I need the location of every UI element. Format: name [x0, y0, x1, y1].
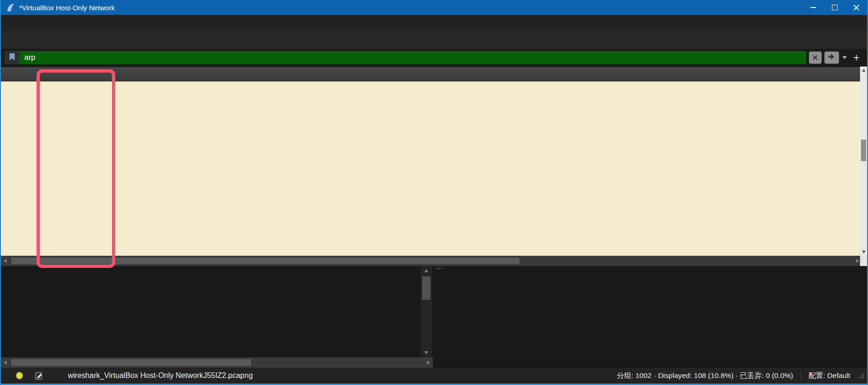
title-bar: *VirtualBox Host-Only Network × [1, 0, 867, 15]
filter-apply-button[interactable] [824, 52, 839, 64]
scroll-left-arrow[interactable] [1, 256, 9, 266]
clear-x-icon: ✕ [812, 53, 818, 62]
column-header-row [1, 67, 867, 81]
pane-splitter-handle[interactable] [436, 267, 443, 270]
detail-scroll-right-arrow[interactable] [424, 357, 433, 368]
packet-statistics: 分组: 1002 · Displayed: 108 (10.8%) · 已丢弃:… [617, 371, 793, 381]
packet-detail-pane [1, 266, 421, 357]
detail-horizontal-thumb[interactable] [11, 359, 251, 366]
detail-scrollbar-thumb[interactable] [422, 276, 430, 300]
wireshark-logo-icon [6, 3, 15, 12]
detail-vertical-scrollbar[interactable] [421, 266, 432, 357]
close-button[interactable]: × [846, 0, 867, 15]
packet-list-horizontal-scrollbar[interactable] [1, 256, 862, 266]
menu-bar [1, 15, 867, 31]
detail-scroll-down-arrow[interactable] [421, 349, 432, 356]
detail-scrollbar-row [1, 357, 867, 368]
packet-list-pane [1, 67, 867, 266]
maximize-button[interactable] [824, 0, 846, 15]
scrollbar-corner [860, 256, 867, 266]
capture-comment-icon[interactable] [35, 371, 44, 380]
wireshark-window: *VirtualBox Host-Only Network × arp ✕ + [0, 0, 868, 385]
scroll-up-arrow[interactable] [860, 67, 867, 74]
detail-scroll-left-arrow[interactable] [1, 357, 9, 368]
packet-bytes-pane [432, 266, 867, 357]
horizontal-scrollbar-thumb[interactable] [11, 258, 519, 264]
detail-horizontal-scrollbar[interactable] [1, 357, 433, 368]
status-divider [801, 371, 801, 380]
close-icon: × [852, 3, 861, 13]
filter-add-button[interactable]: + [853, 52, 860, 63]
filter-bar: arp ✕ + [1, 49, 867, 67]
filter-value: arp [24, 53, 35, 62]
filter-history-caret[interactable] [842, 56, 847, 59]
packet-list-vertical-scrollbar[interactable] [860, 67, 867, 256]
resize-grip[interactable] [858, 372, 865, 382]
status-right: 分组: 1002 · Displayed: 108 (10.8%) · 已丢弃:… [617, 370, 867, 382]
vertical-scrollbar-thumb[interactable] [861, 140, 866, 161]
status-bar: wireshark_VirtualBox Host-Only NetworkJ5… [1, 368, 867, 384]
display-filter-input[interactable]: arp [20, 51, 806, 64]
apply-arrow-icon [827, 53, 836, 62]
minimize-button[interactable] [802, 0, 824, 15]
minimize-icon [810, 7, 816, 8]
filter-bookmark-button[interactable] [5, 51, 20, 64]
window-title: *VirtualBox Host-Only Network [19, 4, 802, 12]
profile-label[interactable]: 配置: Default [809, 371, 850, 381]
lower-panes [1, 266, 867, 357]
maximize-icon [832, 5, 838, 10]
bookmark-icon [8, 52, 16, 63]
detail-scroll-up-arrow[interactable] [421, 267, 432, 274]
packet-rows [1, 81, 867, 256]
filter-clear-button[interactable]: ✕ [809, 52, 822, 64]
scroll-down-arrow[interactable] [860, 248, 867, 256]
capture-filename: wireshark_VirtualBox Host-Only NetworkJ5… [68, 371, 253, 380]
main-toolbar [1, 31, 867, 49]
capture-file-properties-icon[interactable] [16, 372, 23, 379]
